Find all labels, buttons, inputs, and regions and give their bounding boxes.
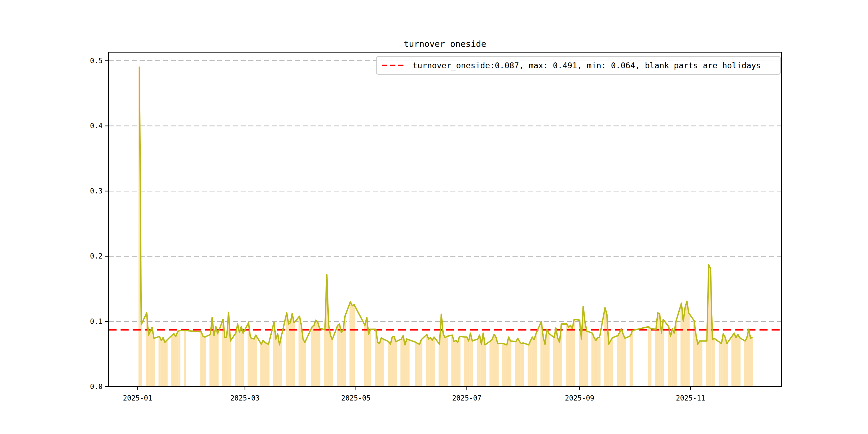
- bar-turnover-day: [390, 344, 392, 386]
- bar-turnover-day: [235, 333, 237, 386]
- bar-turnover-day: [697, 344, 699, 386]
- bar-turnover-day: [533, 340, 535, 386]
- bar-turnover-day: [239, 333, 240, 386]
- bar-turnover-day: [380, 338, 382, 386]
- bar-turnover-day: [713, 338, 715, 386]
- bar-turnover-day: [401, 339, 402, 386]
- bar-turnover-day: [293, 323, 295, 386]
- figure: 0.00.10.20.30.40.52025-012025-032025-052…: [0, 0, 868, 434]
- bar-turnover-day: [428, 339, 429, 386]
- bar-turnover-day: [160, 340, 162, 386]
- bar-turnover-day: [484, 345, 486, 386]
- bar-turnover-day: [166, 340, 168, 386]
- bar-turnover-day: [675, 321, 677, 386]
- bar-turnover-day: [682, 321, 684, 386]
- bar-turnover-day: [737, 334, 739, 386]
- bar-turnover-day: [289, 323, 291, 386]
- bar-turnover-day: [313, 325, 315, 386]
- bar-turnover-day: [184, 331, 186, 386]
- bar-turnover-day: [328, 325, 330, 386]
- bar-turnover-day: [148, 335, 150, 386]
- bar-turnover-day: [477, 339, 479, 386]
- bar-turnover-day: [471, 341, 473, 386]
- bar-turnover-day: [464, 337, 466, 386]
- bar-turnover-day: [202, 337, 204, 386]
- bar-turnover-day: [522, 343, 524, 386]
- bar-turnover-day: [150, 331, 151, 386]
- bar-turnover-day: [668, 327, 670, 386]
- bar-turnover-day: [302, 340, 304, 386]
- bar-turnover-day: [164, 342, 166, 386]
- bar-turnover-day: [388, 342, 390, 386]
- bar-turnover-day: [597, 338, 599, 386]
- bar-turnover-day: [720, 343, 722, 386]
- bar-turnover-day: [224, 338, 226, 386]
- bar-turnover-day: [608, 344, 610, 386]
- bar-turnover-day: [648, 327, 650, 386]
- bar-turnover-day: [619, 333, 620, 386]
- bar-turnover-day: [732, 336, 733, 386]
- bar-turnover-day: [204, 337, 206, 386]
- bar-turnover-day: [242, 333, 244, 386]
- bar-turnover-day: [175, 337, 177, 386]
- bar-turnover-day: [444, 338, 446, 386]
- y-tick-label: 0.2: [90, 252, 103, 260]
- y-tick-label: 0.0: [90, 382, 103, 391]
- bar-turnover-day: [493, 334, 495, 386]
- bar-turnover-day: [452, 335, 453, 386]
- bar-turnover-day: [311, 327, 313, 386]
- bar-turnover-day: [318, 328, 320, 386]
- bar-turnover-day: [624, 338, 626, 386]
- bar-turnover-day: [509, 341, 512, 386]
- bar-turnover-day: [688, 313, 689, 386]
- bar-turnover-day: [153, 338, 155, 386]
- bar-turnover-day: [491, 339, 493, 386]
- bar-turnover-day: [280, 337, 282, 386]
- bar-turnover-day: [288, 324, 289, 386]
- bar-turnover-day: [364, 325, 366, 386]
- bar-turnover-day: [480, 344, 482, 386]
- bar-turnover-day: [553, 338, 555, 386]
- bar-turnover-day: [240, 327, 242, 386]
- x-tick-label: 2025-09: [565, 394, 594, 402]
- bar-turnover-day: [382, 339, 384, 386]
- bar-turnover-day: [571, 329, 573, 386]
- bar-turnover-day: [724, 337, 726, 386]
- bar-turnover-day: [439, 344, 440, 386]
- bar-turnover-day: [159, 337, 160, 386]
- bar-turnover-day: [490, 341, 491, 386]
- bar-turnover-day: [555, 328, 557, 386]
- bar-turnover-day: [406, 339, 408, 386]
- legend-label: turnover_oneside:0.087, max: 0.491, min:…: [412, 61, 761, 70]
- bar-turnover-day: [324, 330, 326, 386]
- bar-turnover-day: [351, 306, 353, 386]
- bar-turnover-day: [468, 341, 470, 386]
- bar-turnover-day: [339, 324, 341, 386]
- bar-turnover-day: [629, 336, 631, 386]
- bar-turnover-day: [506, 345, 508, 386]
- bar-turnover-day: [726, 343, 728, 386]
- bar-turnover-day: [631, 331, 633, 386]
- bar-turnover-day: [299, 316, 300, 386]
- x-tick-label: 2025-07: [452, 394, 482, 402]
- bar-turnover-day: [673, 333, 675, 386]
- bar-turnover-day: [420, 340, 422, 386]
- bar-turnover-day: [304, 342, 306, 386]
- bar-turnover-day: [330, 335, 331, 386]
- legend: turnover_oneside:0.087, max: 0.491, min:…: [376, 56, 781, 75]
- bar-turnover-day: [530, 341, 531, 386]
- bar-turnover-day: [670, 337, 671, 386]
- turnover-line: [139, 67, 752, 345]
- bar-turnover-day: [617, 336, 619, 386]
- bar-turnover-day: [173, 334, 175, 386]
- bar-turnover-day: [650, 329, 652, 386]
- bar-turnover-day: [200, 332, 202, 386]
- bar-turnover-day: [581, 339, 582, 386]
- bar-turnover-day: [431, 340, 433, 386]
- bar-turnover-day: [213, 336, 215, 386]
- bar-turnover-day: [237, 324, 239, 386]
- bar-turnover-day: [502, 343, 504, 386]
- bar-turnover-day: [722, 334, 724, 386]
- bar-turnover-day: [751, 337, 753, 386]
- bar-turnover-day: [699, 341, 701, 386]
